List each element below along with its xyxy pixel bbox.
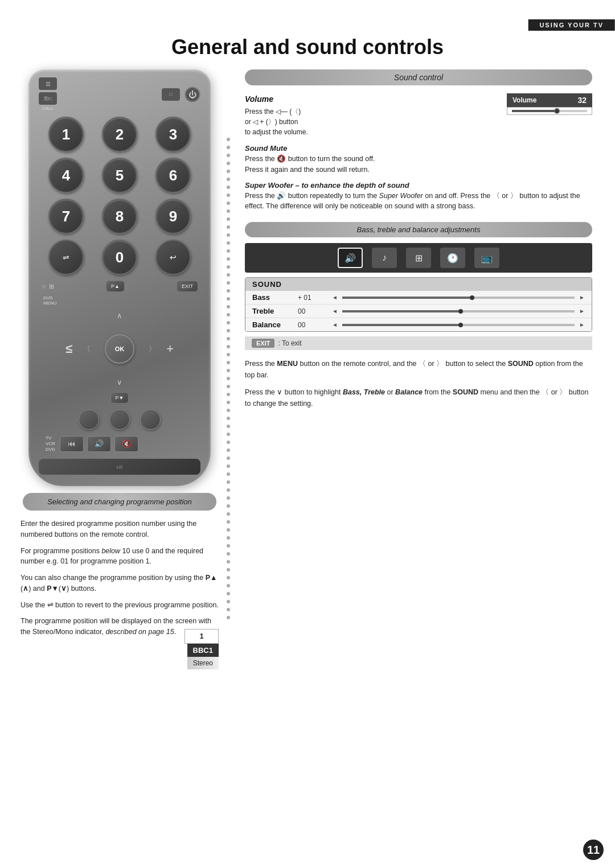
bottom-text-2: Press the ∨ button to highlight Bass, Tr…: [245, 386, 592, 409]
source-labels: TV VCR DVD: [46, 435, 55, 452]
prog-text-3: You can also change the programme positi…: [20, 573, 219, 594]
treble-row: Treble 00 ◄ ►: [245, 305, 592, 318]
btn-9[interactable]: 9: [155, 199, 191, 234]
mute-btn[interactable]: 🔇: [114, 436, 138, 452]
btn-prev[interactable]: ↩: [155, 240, 191, 275]
super-woofer-desc: Press the 🔊 button repeatedly to turn th…: [245, 191, 592, 212]
right-bottom-text: Press the MENU button on the remote cont…: [245, 358, 592, 409]
call-label: CALL: [42, 106, 54, 111]
remote-control: ☰ ☰/□ CALL □ ⏻ 1 2 3 4 5 6 7: [28, 69, 211, 486]
tv-icon: ☰/□: [39, 92, 57, 105]
sound-mute-label: Sound Mute: [245, 144, 592, 153]
dpad-left[interactable]: 〈: [83, 344, 91, 354]
super-woofer-label: Super Woofer – to enhance the depth of s…: [245, 181, 592, 190]
tv-source-label: TV: [46, 435, 55, 441]
bass-label: Bass: [252, 293, 298, 302]
screen-icon[interactable]: 📺: [474, 248, 499, 268]
exit-button[interactable]: EXIT: [177, 281, 198, 292]
balance-slider: ◄ ►: [332, 322, 585, 328]
bass-treble-header: Bass, treble and balance adjustments: [245, 222, 592, 237]
prog-text-4: Use the ⇌ button to revert to the previo…: [20, 600, 219, 611]
prog-bbc1: BBC1: [187, 644, 219, 657]
music-icon[interactable]: ♪: [372, 248, 397, 268]
super-woofer-section: Super Woofer – to enhance the depth of s…: [245, 181, 592, 212]
power-icon[interactable]: ⏻: [184, 87, 200, 102]
btn-back[interactable]: ⇌: [48, 240, 84, 275]
selecting-banner: Selecting and changing programme positio…: [23, 493, 216, 511]
balance-value: 00: [298, 321, 332, 329]
page-title: General and sound controls: [0, 35, 615, 59]
treble-value: 00: [298, 307, 332, 315]
volume-slider-fill: [512, 110, 557, 112]
dpad-up[interactable]: ∧: [117, 311, 122, 320]
bass-row: Bass + 01 ◄ ►: [245, 291, 592, 305]
bottom-text-1: Press the MENU button on the remote cont…: [245, 358, 592, 381]
dvd-source-label: DVD: [46, 447, 55, 452]
exit-bar: EXIT : To exit: [245, 336, 592, 350]
btn-2[interactable]: 2: [102, 117, 137, 152]
dots-divider: [227, 138, 230, 650]
bass-value: + 01: [298, 294, 332, 302]
small-btn-2[interactable]: [109, 409, 130, 430]
number-grid: 1 2 3 4 5 6 7 8 9 ⇌ 0 ↩: [42, 117, 197, 275]
prog-text-2: For programme positions below 10 use 0 a…: [20, 546, 219, 567]
prog-text-1: Enter the desired programme position num…: [20, 519, 219, 540]
small-btn-1[interactable]: [79, 409, 99, 430]
btn-8[interactable]: 8: [102, 199, 137, 234]
btn-7[interactable]: 7: [48, 199, 84, 234]
dpad-down[interactable]: ∨: [117, 378, 122, 386]
btn-3[interactable]: 3: [155, 117, 191, 152]
sound-table: SOUND Bass + 01 ◄ ► Treble 00 ◄: [245, 277, 592, 332]
btn-5[interactable]: 5: [102, 158, 137, 193]
volume-row: Volume Press the ◁— (〈)or ◁ + (〉) button…: [245, 93, 592, 137]
ok-button[interactable]: OK: [105, 334, 134, 364]
section-label: Using Your TV: [528, 19, 615, 31]
source-icon[interactable]: □: [162, 88, 180, 101]
btn-1[interactable]: 1: [48, 117, 84, 152]
volume-slider-track: [512, 110, 587, 112]
sound-control-header: Sound control: [245, 69, 592, 85]
btn-6[interactable]: 6: [155, 158, 191, 193]
sound-mute-desc: Press the 🔇 button to turn the sound off…: [245, 154, 592, 175]
prev-track-btn[interactable]: ⏮: [60, 436, 84, 452]
balance-label: Balance: [252, 320, 298, 329]
page-number: 11: [583, 840, 604, 860]
volume-desc: Press the ◁— (〈)or ◁ + (〉) buttonto adju…: [245, 106, 495, 137]
clock-icon[interactable]: 🕐: [440, 248, 465, 268]
exit-label[interactable]: EXIT: [252, 339, 274, 348]
prog-display: 1 BBC1 Stereo: [184, 629, 219, 669]
treble-slider: ◄ ►: [332, 308, 585, 314]
p-down-btn[interactable]: P▼: [110, 392, 129, 404]
dvd-menu-label: DVD MENU: [43, 295, 57, 306]
btn-4[interactable]: 4: [48, 158, 84, 193]
exit-desc: : To exit: [278, 339, 301, 347]
treble-label: Treble: [252, 307, 298, 315]
prog-text-5: The programme position will be displayed…: [20, 616, 219, 637]
sound-icon[interactable]: 🔊: [338, 248, 363, 268]
vol-plus-icon[interactable]: +: [166, 342, 174, 356]
volume-display: Volume 32: [507, 93, 592, 107]
icon-row: 🔊 ♪ ⊞ 🕐 📺: [245, 243, 592, 273]
remote-brand-label: LG: [117, 464, 123, 470]
sound-mute-section: Sound Mute Press the 🔇 button to turn th…: [245, 144, 592, 175]
prog-number: 1: [184, 629, 219, 644]
remote-special-icon2[interactable]: ⊞: [49, 283, 54, 290]
balance-row: Balance 00 ◄ ►: [245, 318, 592, 331]
p-up-btn[interactable]: P▲: [106, 281, 125, 292]
btn-0[interactable]: 0: [102, 240, 137, 275]
volume-btn[interactable]: 🔊: [87, 436, 111, 452]
vcr-source-label: VCR: [46, 441, 55, 446]
dpad-right[interactable]: 〉: [149, 344, 156, 354]
left-text-content: Enter the desired programme position num…: [17, 519, 222, 637]
small-btn-3[interactable]: [140, 409, 161, 430]
prog-stereo: Stereo: [187, 657, 219, 669]
vol-minus-icon[interactable]: ≤: [65, 342, 72, 356]
volume-label: Volume: [245, 93, 495, 105]
small-buttons-row: [39, 409, 200, 430]
bass-slider: ◄ ►: [332, 294, 585, 301]
volume-slider-thumb: [554, 108, 560, 114]
sound-table-header: SOUND: [245, 278, 592, 291]
menu-icon: ☰: [39, 77, 57, 90]
settings-icon[interactable]: ⊞: [406, 248, 431, 268]
remote-special-icon[interactable]: ☆: [41, 283, 47, 290]
